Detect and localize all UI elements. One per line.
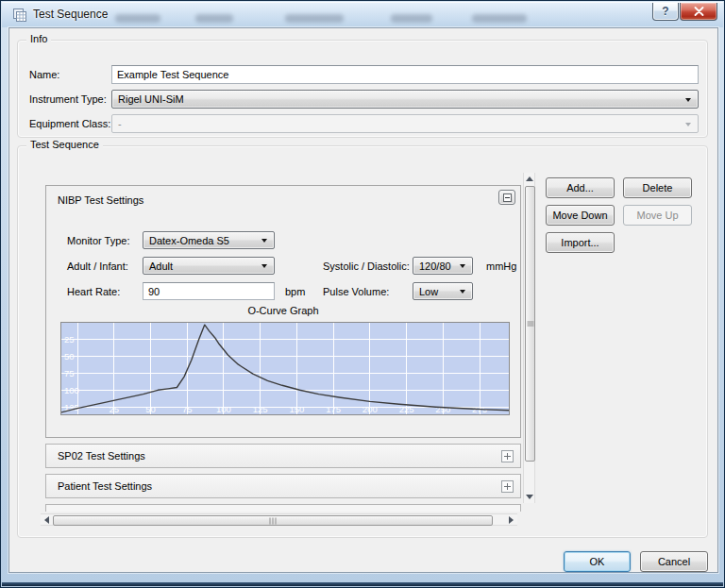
titlebar-background-blur xyxy=(285,14,344,23)
name-label: Name: xyxy=(29,69,59,80)
test-sequence-group: Test Sequence NIBP Test Settings Monitor… xyxy=(17,145,708,538)
pulse-volume-dropdown[interactable]: Low xyxy=(413,282,473,300)
svg-text:250: 250 xyxy=(435,404,450,414)
scroll-up-icon[interactable] xyxy=(526,176,533,181)
chevron-down-icon xyxy=(460,264,465,268)
collapse-icon xyxy=(503,193,512,202)
name-input[interactable] xyxy=(111,65,699,84)
svg-text:75: 75 xyxy=(182,404,193,414)
svg-text:25: 25 xyxy=(64,334,75,344)
heart-rate-input[interactable] xyxy=(143,282,275,300)
clipped-panel-edge xyxy=(45,504,521,512)
instrument-type-dropdown[interactable]: Rigel UNI-SiM xyxy=(111,90,699,109)
svg-text:50: 50 xyxy=(64,351,75,361)
titlebar[interactable]: Test Sequence ? xyxy=(2,2,723,27)
pulse-volume-value: Low xyxy=(419,286,438,297)
move-down-button[interactable]: Move Down xyxy=(546,205,615,226)
svg-text:50: 50 xyxy=(145,404,156,414)
equipment-class-label: Equipment Class: xyxy=(29,118,110,129)
patient-panel-title: Patient Test Settings xyxy=(58,480,152,492)
add-button[interactable]: Add... xyxy=(546,177,615,198)
vertical-scrollbar[interactable] xyxy=(523,173,535,503)
titlebar-background-blur xyxy=(472,14,527,23)
adult-infant-label: Adult / Infant: xyxy=(67,260,128,272)
svg-text:100: 100 xyxy=(64,385,79,395)
titlebar-background-blur xyxy=(195,14,233,23)
svg-text:25: 25 xyxy=(110,404,120,414)
help-icon: ? xyxy=(662,5,668,18)
scrollbar-grip xyxy=(269,517,278,524)
systolic-diastolic-dropdown[interactable]: 120/80 xyxy=(413,257,473,275)
window-title: Test Sequence xyxy=(33,2,108,27)
ok-button[interactable]: OK xyxy=(564,551,631,572)
collapse-panel-button[interactable] xyxy=(498,190,515,205)
info-group: Info Name: Instrument Type: Rigel UNI-Si… xyxy=(17,40,708,138)
delete-button[interactable]: Delete xyxy=(623,177,692,198)
instrument-type-label: Instrument Type: xyxy=(29,93,107,105)
window-icon xyxy=(12,8,27,23)
bpm-unit-label: bpm xyxy=(285,286,305,297)
systolic-diastolic-value: 120/80 xyxy=(419,260,451,272)
scroll-right-icon[interactable] xyxy=(509,516,514,524)
monitor-type-value: Datex-Omeda S5 xyxy=(149,235,229,246)
scroll-left-icon[interactable] xyxy=(44,516,49,524)
svg-text:100: 100 xyxy=(216,404,231,414)
monitor-type-dropdown[interactable]: Datex-Omeda S5 xyxy=(143,231,275,249)
pulse-volume-label: Pulse Volume: xyxy=(323,286,389,297)
adult-infant-value: Adult xyxy=(149,260,173,272)
chevron-down-icon xyxy=(460,290,465,294)
patient-panel-header[interactable]: Patient Test Settings xyxy=(45,474,521,498)
titlebar-background-blur xyxy=(115,14,160,23)
move-up-button: Move Up xyxy=(623,205,692,226)
horizontal-scrollbar-thumb[interactable] xyxy=(53,515,493,526)
equipment-class-value: - xyxy=(118,118,122,129)
expand-icon[interactable] xyxy=(501,450,514,462)
close-icon xyxy=(694,7,704,16)
svg-text:175: 175 xyxy=(326,404,341,414)
horizontal-scrollbar[interactable] xyxy=(41,513,517,526)
close-button[interactable] xyxy=(680,3,717,21)
nibp-panel-title: NIBP Test Settings xyxy=(58,194,143,206)
instrument-type-value: Rigel UNI-SiM xyxy=(118,93,184,105)
test-sequence-group-label: Test Sequence xyxy=(26,139,103,150)
adult-infant-dropdown[interactable]: Adult xyxy=(143,257,275,275)
window-bottom-edge xyxy=(2,582,723,586)
equipment-class-dropdown: - xyxy=(111,114,699,133)
expand-icon[interactable] xyxy=(501,480,514,493)
help-button[interactable]: ? xyxy=(652,3,679,21)
svg-text:75: 75 xyxy=(64,368,75,378)
vertical-scrollbar-thumb[interactable] xyxy=(525,186,535,462)
mmhg-unit-label: mmHg xyxy=(486,260,516,272)
heart-rate-label: Heart Rate: xyxy=(67,286,120,297)
chevron-down-icon xyxy=(685,123,691,126)
ocurve-graph-title: O-Curve Graph xyxy=(46,305,520,316)
chevron-down-icon xyxy=(261,239,267,243)
chevron-down-icon xyxy=(261,264,267,268)
sp02-panel-header[interactable]: SP02 Test Settings xyxy=(45,444,521,468)
import-button[interactable]: Import... xyxy=(546,232,615,253)
svg-text:200: 200 xyxy=(362,404,378,414)
svg-text:150: 150 xyxy=(289,404,304,414)
dialog-window: Test Sequence ? Info Name: Instrument Ty… xyxy=(0,0,725,588)
ocurve-chart: 2550751001252550751001251501752002252502… xyxy=(60,322,510,415)
chevron-down-icon xyxy=(685,98,691,102)
sp02-panel-title: SP02 Test Settings xyxy=(58,450,145,462)
info-group-label: Info xyxy=(26,33,51,44)
scroll-down-icon[interactable] xyxy=(526,495,533,499)
nibp-panel: NIBP Test Settings Monitor Type: Datex-O… xyxy=(45,185,521,438)
scrollbar-grip xyxy=(527,321,533,328)
dialog-client-area: Info Name: Instrument Type: Rigel UNI-Si… xyxy=(8,27,718,573)
systolic-diastolic-label: Systolic / Diastolic: xyxy=(323,260,410,272)
monitor-type-label: Monitor Type: xyxy=(67,235,129,246)
titlebar-background-blur xyxy=(391,14,432,23)
svg-text:125: 125 xyxy=(253,404,268,414)
cancel-button[interactable]: Cancel xyxy=(640,551,708,572)
